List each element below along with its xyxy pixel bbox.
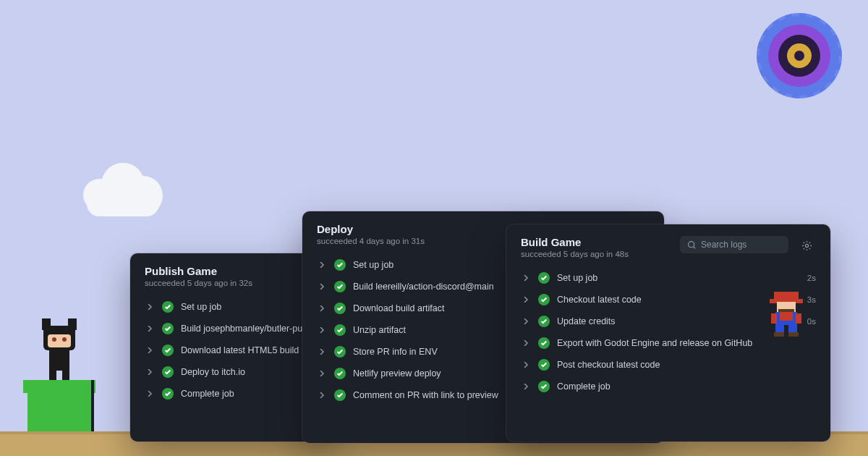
chevron-right-icon: [317, 327, 327, 333]
chevron-right-icon: [521, 275, 531, 281]
success-check-icon: [334, 281, 346, 292]
chevron-right-icon: [145, 304, 155, 310]
panel-subtitle: succeeded 5 days ago in 32s: [145, 279, 318, 287]
chevron-right-icon: [317, 284, 327, 290]
step-label: Update credits: [557, 316, 800, 326]
success-check-icon: [538, 316, 550, 327]
success-check-icon: [162, 345, 174, 356]
success-check-icon: [334, 346, 346, 358]
panel-header: Build Game succeeded 5 days ago in 48s S…: [506, 224, 830, 264]
settings-button[interactable]: [797, 236, 816, 255]
step-label: Complete job: [557, 381, 816, 392]
step-row[interactable]: Set up job: [136, 296, 327, 318]
gear-icon: [801, 240, 812, 251]
step-label: Download latest HTML5 build: [181, 345, 318, 355]
cloud-decoration: [83, 163, 163, 217]
chevron-right-icon: [521, 340, 531, 346]
success-check-icon: [538, 272, 550, 284]
chevron-right-icon: [145, 369, 155, 375]
success-check-icon: [334, 324, 346, 336]
svg-point-0: [689, 241, 694, 247]
step-label: Post checkout latest code: [557, 360, 816, 370]
success-check-icon: [538, 359, 550, 371]
success-check-icon: [538, 294, 550, 305]
chevron-right-icon: [521, 318, 531, 324]
step-duration: 3s: [807, 295, 816, 304]
success-check-icon: [334, 303, 346, 314]
octocat-sprite: [38, 318, 81, 380]
step-label: Set up job: [181, 302, 318, 312]
chevron-right-icon: [145, 326, 155, 332]
step-duration: 2s: [807, 274, 816, 282]
mario-sprite: [770, 292, 803, 337]
step-label: Build josephbmanley/butler-publis: [181, 324, 318, 334]
step-row[interactable]: Post checkout latest code: [512, 354, 825, 376]
success-check-icon: [334, 389, 346, 401]
success-check-icon: [538, 381, 550, 392]
success-check-icon: [334, 259, 346, 271]
chevron-right-icon: [521, 384, 531, 389]
step-row[interactable]: Complete job: [136, 383, 327, 405]
success-check-icon: [162, 388, 174, 400]
success-check-icon: [538, 337, 550, 349]
step-row[interactable]: Deploy to itch.io: [136, 361, 327, 383]
chevron-right-icon: [317, 371, 327, 376]
step-row[interactable]: Complete job: [512, 376, 825, 397]
chevron-right-icon: [521, 362, 531, 368]
chevron-right-icon: [317, 349, 327, 355]
step-label: Export with Godot Engine and release on …: [557, 338, 816, 348]
step-duration: 0s: [807, 317, 816, 326]
portal-decoration: [760, 16, 839, 96]
chevron-right-icon: [317, 305, 327, 311]
success-check-icon: [162, 301, 174, 313]
chevron-right-icon: [317, 262, 327, 268]
success-check-icon: [162, 323, 174, 334]
chevron-right-icon: [521, 297, 531, 303]
chevron-right-icon: [317, 392, 327, 398]
search-icon: [687, 240, 697, 250]
success-check-icon: [334, 368, 346, 379]
panel-title: Build Game: [521, 236, 671, 248]
panel-subtitle: succeeded 5 days ago in 48s: [521, 250, 671, 258]
chevron-right-icon: [145, 391, 155, 397]
search-placeholder: Search logs: [701, 240, 746, 250]
scene: Publish Game succeeded 5 days ago in 32s…: [0, 0, 868, 456]
step-row[interactable]: Set up job2s: [512, 267, 825, 289]
success-check-icon: [162, 366, 174, 378]
pipe-decoration: [27, 380, 91, 434]
svg-point-1: [805, 244, 808, 247]
chevron-right-icon: [145, 347, 155, 353]
step-label: Complete job: [181, 389, 318, 399]
search-input[interactable]: Search logs: [680, 236, 788, 253]
step-label: Set up job: [557, 273, 800, 283]
step-label: Deploy to itch.io: [181, 367, 318, 377]
step-row[interactable]: Download latest HTML5 build: [136, 339, 327, 361]
panel-title: Publish Game: [145, 265, 318, 277]
step-row[interactable]: Build josephbmanley/butler-publis: [136, 318, 327, 339]
step-label: Checkout latest code: [557, 295, 800, 305]
